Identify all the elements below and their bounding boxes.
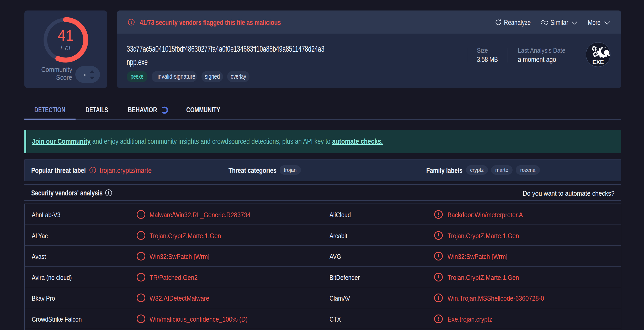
svg-text:EXE: EXE bbox=[592, 59, 604, 65]
